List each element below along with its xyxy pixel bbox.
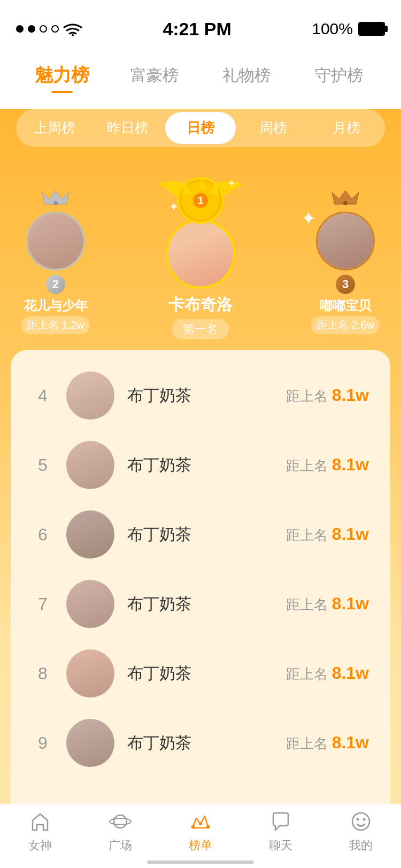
nav-mine[interactable]: 我的: [348, 809, 374, 854]
name-4: 布丁奶茶: [127, 385, 273, 407]
name-8: 布丁奶茶: [127, 663, 273, 685]
tab-rich[interactable]: 富豪榜: [109, 59, 201, 92]
distance-9: 距上名 8.1w: [286, 733, 369, 753]
avatar-9: [66, 719, 114, 767]
nav-goddess[interactable]: 女神: [27, 809, 53, 854]
nav-chat[interactable]: 聊天: [268, 809, 294, 854]
nav-plaza-label: 广场: [109, 838, 132, 854]
signal-dot-3: [40, 25, 47, 33]
battery-icon: [358, 22, 385, 36]
list-item[interactable]: 8 布丁奶茶 距上名 8.1w: [11, 639, 390, 708]
planet-icon: [107, 809, 133, 834]
rank-8: 8: [32, 664, 53, 684]
list-item[interactable]: 6 布丁奶茶 距上名 8.1w: [11, 500, 390, 569]
bronze-crown: [329, 188, 361, 207]
podium-name-1st: 卡布奇洛: [168, 294, 233, 316]
podium-3rd[interactable]: ✦ 3 嘟嘟宝贝 距上名 2.6w: [311, 188, 380, 334]
sparkle-3rd: ✦: [300, 207, 317, 230]
bottom-nav: 女神 广场 榜单 聊天: [0, 804, 401, 868]
svg-point-14: [352, 813, 369, 830]
top-tabs: 魅力榜 富豪榜 礼物榜 守护榜: [0, 47, 401, 98]
list-item[interactable]: 7 布丁奶茶 距上名 8.1w: [11, 569, 390, 639]
signal-dot-1: [16, 25, 24, 33]
svg-point-16: [363, 818, 366, 820]
silver-crown: [40, 188, 72, 207]
podium-name-3rd: 嘟嘟宝贝: [320, 297, 371, 314]
svg-text:1: 1: [197, 195, 203, 206]
gold-crown-decoration: 1 ✦ ✦: [152, 158, 249, 232]
nav-rank[interactable]: 榜单: [188, 809, 213, 854]
nav-mine-label: 我的: [349, 838, 373, 854]
svg-text:✦: ✦: [168, 199, 179, 214]
avatar-5: [66, 441, 114, 489]
name-6: 布丁奶茶: [127, 524, 273, 546]
tab-guard[interactable]: 守护榜: [293, 59, 385, 92]
face-icon: [348, 809, 374, 834]
tab-charm[interactable]: 魅力榜: [16, 58, 109, 93]
name-9: 布丁奶茶: [127, 732, 273, 754]
period-month[interactable]: 月榜: [311, 112, 382, 144]
status-right: 100%: [312, 20, 385, 38]
svg-text:✦: ✦: [227, 177, 236, 189]
avatar-2nd: [26, 212, 85, 270]
period-tabs: 上周榜 昨日榜 日榜 周榜 月榜: [16, 109, 385, 147]
home-icon: [27, 809, 53, 834]
nav-plaza[interactable]: 广场: [107, 809, 133, 854]
distance-4: 距上名 8.1w: [286, 385, 369, 406]
period-week[interactable]: 周榜: [238, 112, 309, 144]
svg-point-15: [357, 818, 359, 820]
podium-2nd[interactable]: 2 花儿与少年 距上名 1.2w: [21, 188, 90, 334]
avatar-8: [66, 649, 114, 698]
rank-6: 6: [32, 525, 53, 545]
home-indicator: [147, 861, 254, 864]
distance-5: 距上名 8.1w: [286, 455, 369, 475]
svg-point-12: [199, 822, 202, 825]
rank-badge-3rd: 3: [336, 275, 355, 294]
svg-point-13: [206, 825, 210, 828]
nav-rank-label: 榜单: [189, 838, 212, 854]
list-item[interactable]: 9 布丁奶茶 距上名 8.1w: [11, 708, 390, 778]
chat-icon: [268, 809, 294, 834]
rank-badge-2nd: 2: [46, 275, 65, 294]
svg-point-11: [191, 825, 195, 828]
tab-gift[interactable]: 礼物榜: [200, 59, 293, 92]
avatar-6: [66, 510, 114, 559]
signal-dot-2: [28, 25, 35, 33]
signal-dot-4: [51, 25, 59, 33]
nav-chat-label: 聊天: [269, 838, 292, 854]
status-time: 4:21 PM: [163, 19, 232, 40]
wifi-icon: [63, 22, 82, 36]
period-yesterday[interactable]: 昨日榜: [92, 112, 163, 144]
avatar-7: [66, 580, 114, 628]
period-day[interactable]: 日榜: [165, 112, 236, 144]
status-bar: 4:21 PM 100%: [0, 0, 401, 47]
period-lastweek[interactable]: 上周榜: [19, 112, 90, 144]
battery-percent: 100%: [312, 20, 353, 38]
podium-distance-2nd: 距上名 1.2w: [21, 316, 90, 334]
avatar-3rd: [316, 212, 375, 270]
status-left: [16, 22, 82, 36]
podium-name-2nd: 花儿与少年: [24, 297, 88, 314]
list-item[interactable]: 4 布丁奶茶 距上名 8.1w: [11, 361, 390, 430]
svg-point-7: [53, 201, 58, 205]
nav-goddess-label: 女神: [28, 838, 52, 854]
rank-list: 4 布丁奶茶 距上名 8.1w 5 布丁奶茶 距上名 8.1w 6 布丁奶茶 距…: [11, 350, 390, 863]
list-item[interactable]: 5 布丁奶茶 距上名 8.1w: [11, 430, 390, 500]
rank-4: 4: [32, 386, 53, 406]
podium-subtitle-1st: 第一名: [172, 319, 229, 339]
podium-distance-3rd: 距上名 2.6w: [311, 316, 380, 334]
name-5: 布丁奶茶: [127, 454, 273, 476]
crown-icon: [188, 809, 213, 834]
main-content: 上周榜 昨日榜 日榜 周榜 月榜 1 ✦: [0, 109, 401, 868]
battery-fill: [359, 23, 384, 35]
svg-point-8: [343, 201, 348, 205]
rank-5: 5: [32, 455, 53, 475]
name-7: 布丁奶茶: [127, 593, 273, 615]
rank-9: 9: [32, 733, 53, 753]
distance-7: 距上名 8.1w: [286, 594, 369, 614]
podium: 1 ✦ ✦ 2 花儿与少年 距上名 1.2w: [0, 158, 401, 350]
distance-6: 距上名 8.1w: [286, 524, 369, 545]
svg-point-0: [72, 34, 74, 36]
rank-7: 7: [32, 594, 53, 614]
distance-8: 距上名 8.1w: [286, 663, 369, 684]
